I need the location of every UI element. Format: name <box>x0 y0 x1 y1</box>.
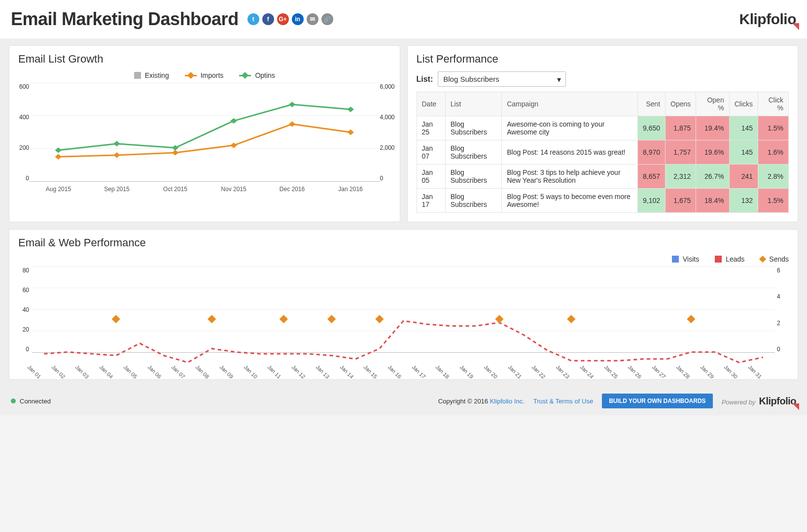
panel-list-performance: List Performance List: Blog Subscribers … <box>407 45 799 222</box>
svg-rect-7 <box>113 141 120 146</box>
svg-rect-11 <box>348 106 354 112</box>
svg-rect-19 <box>687 315 695 323</box>
chart-email-list-growth: 6004002000 6,0004,0002,0000 Aug 2015Sep … <box>29 83 380 192</box>
email-icon[interactable]: ✉ <box>307 13 318 25</box>
gplus-icon[interactable]: G+ <box>277 13 289 25</box>
svg-rect-1 <box>113 152 120 158</box>
svg-rect-0 <box>55 154 62 160</box>
brand-logo: Klipfolio <box>739 11 796 28</box>
link-icon[interactable]: 🔗 <box>321 13 333 25</box>
list-performance-table: DateListCampaignSentOpensOpen %ClicksCli… <box>417 92 789 213</box>
svg-rect-18 <box>567 315 575 323</box>
social-icons: tfG+in✉🔗 <box>247 13 333 25</box>
table-row: Jan 17Blog SubscribersBlog Post: 5 ways … <box>417 189 789 213</box>
twitter-icon[interactable]: t <box>247 13 259 25</box>
linkedin-icon[interactable]: in <box>292 13 304 25</box>
svg-rect-8 <box>172 145 178 150</box>
col-clicks[interactable]: Clicks <box>729 92 758 116</box>
legend-item[interactable]: Optins <box>239 71 275 79</box>
col-click-[interactable]: Click % <box>758 92 789 116</box>
col-campaign[interactable]: Campaign <box>502 92 638 116</box>
list-label: List: <box>417 75 433 84</box>
svg-rect-9 <box>230 118 237 124</box>
svg-rect-16 <box>375 315 384 323</box>
panel-title: Email & Web Performance <box>18 236 789 249</box>
svg-rect-6 <box>55 147 62 153</box>
svg-rect-2 <box>172 150 178 155</box>
svg-rect-13 <box>208 315 216 323</box>
legend-item[interactable]: Sends <box>760 255 789 263</box>
col-date[interactable]: Date <box>417 92 445 116</box>
panel-email-list-growth: Email List Growth ExistingImportsOptins … <box>9 45 400 222</box>
powered-by: Powered by Klipfolio <box>722 396 796 407</box>
svg-rect-14 <box>280 315 288 323</box>
panel-title: Email List Growth <box>18 53 391 66</box>
col-opens[interactable]: Opens <box>666 92 696 116</box>
svg-rect-5 <box>348 130 354 135</box>
status-dot-icon <box>11 399 16 403</box>
svg-rect-15 <box>327 315 336 323</box>
facebook-icon[interactable]: f <box>262 13 274 25</box>
build-dashboards-button[interactable]: BUILD YOUR OWN DASHBOARDS <box>602 394 712 408</box>
status-text: Connected <box>20 398 51 405</box>
panel-email-web-performance: Email & Web Performance VisitsLeadsSends… <box>9 229 798 380</box>
col-list[interactable]: List <box>445 92 501 116</box>
legend-item[interactable]: Leads <box>715 255 744 263</box>
col-open-[interactable]: Open % <box>696 92 729 116</box>
footer: Connected Copyright © 2016 Klipfolio Inc… <box>0 387 807 415</box>
legend-webperf: VisitsLeadsSends <box>18 255 789 263</box>
svg-rect-4 <box>289 121 295 127</box>
legend-item[interactable]: Imports <box>185 71 224 79</box>
svg-rect-3 <box>230 142 237 148</box>
terms-link[interactable]: Trust & Terms of Use <box>533 398 593 405</box>
page-title: Email Marketing Dashboard <box>11 9 239 30</box>
chart-email-web-performance: 806040200 6420 Jan 01Jan 02Jan 03Jan 04J… <box>32 267 775 370</box>
legend-growth: ExistingImportsOptins <box>18 71 391 79</box>
panel-title: List Performance <box>417 53 789 66</box>
list-select[interactable]: Blog Subscribers <box>438 71 566 87</box>
copyright-text: Copyright © 2016 Klipfolio Inc. <box>438 398 525 405</box>
col-sent[interactable]: Sent <box>638 92 666 116</box>
svg-rect-10 <box>289 101 295 107</box>
svg-rect-17 <box>495 315 503 323</box>
company-link[interactable]: Klipfolio Inc. <box>490 398 525 405</box>
svg-rect-12 <box>112 315 120 323</box>
legend-item[interactable]: Existing <box>134 71 169 79</box>
legend-item[interactable]: Visits <box>672 255 699 263</box>
table-row: Jan 25Blog SubscribersAwesome-con is com… <box>417 116 789 140</box>
table-row: Jan 07Blog SubscribersBlog Post: 14 reas… <box>417 140 789 165</box>
table-row: Jan 05Blog SubscribersBlog Post: 3 tips … <box>417 165 789 189</box>
